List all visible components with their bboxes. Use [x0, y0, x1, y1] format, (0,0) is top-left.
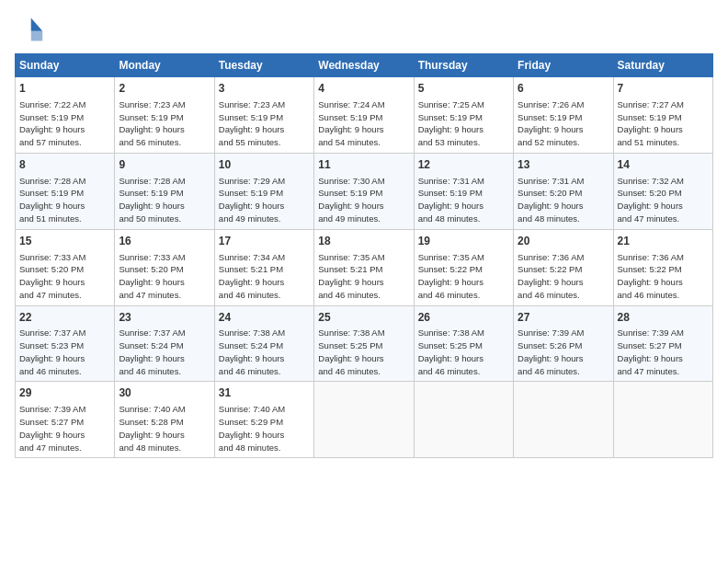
day-cell: 15Sunrise: 7:33 AM Sunset: 5:20 PM Dayli… [16, 229, 115, 305]
day-cell [514, 382, 613, 458]
day-info: Sunrise: 7:24 AM Sunset: 5:19 PM Dayligh… [318, 98, 409, 149]
day-number: 30 [119, 385, 210, 401]
day-number: 16 [119, 234, 210, 249]
day-info: Sunrise: 7:37 AM Sunset: 5:24 PM Dayligh… [119, 327, 210, 377]
day-cell: 28Sunrise: 7:39 AM Sunset: 5:27 PM Dayli… [613, 305, 712, 382]
day-cell: 14Sunrise: 7:32 AM Sunset: 5:20 PM Dayli… [613, 153, 712, 229]
day-cell: 4Sunrise: 7:24 AM Sunset: 5:19 PM Daylig… [314, 77, 414, 154]
day-cell: 12Sunrise: 7:31 AM Sunset: 5:19 PM Dayli… [414, 153, 513, 229]
day-number: 3 [219, 81, 310, 97]
day-info: Sunrise: 7:40 AM Sunset: 5:29 PM Dayligh… [219, 403, 310, 454]
day-info: Sunrise: 7:29 AM Sunset: 5:19 PM Dayligh… [219, 175, 310, 225]
day-info: Sunrise: 7:36 AM Sunset: 5:22 PM Dayligh… [618, 251, 709, 302]
day-number: 26 [418, 310, 509, 326]
week-row-3: 15Sunrise: 7:33 AM Sunset: 5:20 PM Dayli… [16, 229, 713, 305]
day-cell: 17Sunrise: 7:34 AM Sunset: 5:21 PM Dayli… [214, 229, 313, 305]
day-number: 13 [518, 157, 609, 173]
header-cell-sunday: Sunday [16, 54, 115, 77]
day-info: Sunrise: 7:39 AM Sunset: 5:27 PM Dayligh… [618, 327, 709, 377]
svg-marker-0 [31, 18, 42, 31]
day-cell: 29Sunrise: 7:39 AM Sunset: 5:27 PM Dayli… [16, 382, 115, 458]
day-cell: 24Sunrise: 7:38 AM Sunset: 5:24 PM Dayli… [214, 305, 313, 382]
day-cell: 26Sunrise: 7:38 AM Sunset: 5:25 PM Dayli… [414, 305, 513, 382]
day-info: Sunrise: 7:33 AM Sunset: 5:20 PM Dayligh… [119, 251, 210, 302]
day-info: Sunrise: 7:25 AM Sunset: 5:19 PM Dayligh… [418, 98, 509, 149]
day-info: Sunrise: 7:38 AM Sunset: 5:24 PM Dayligh… [219, 327, 310, 377]
week-row-2: 8Sunrise: 7:28 AM Sunset: 5:19 PM Daylig… [16, 153, 713, 229]
day-info: Sunrise: 7:28 AM Sunset: 5:19 PM Dayligh… [19, 175, 110, 225]
day-info: Sunrise: 7:23 AM Sunset: 5:19 PM Dayligh… [219, 98, 310, 149]
header-cell-saturday: Saturday [613, 54, 712, 77]
day-cell: 30Sunrise: 7:40 AM Sunset: 5:28 PM Dayli… [115, 382, 214, 458]
day-cell: 25Sunrise: 7:38 AM Sunset: 5:25 PM Dayli… [314, 305, 414, 382]
day-number: 18 [318, 234, 409, 249]
day-info: Sunrise: 7:22 AM Sunset: 5:19 PM Dayligh… [19, 98, 110, 149]
day-info: Sunrise: 7:36 AM Sunset: 5:22 PM Dayligh… [518, 251, 609, 302]
day-number: 19 [418, 234, 509, 249]
day-info: Sunrise: 7:37 AM Sunset: 5:23 PM Dayligh… [19, 327, 110, 377]
week-row-4: 22Sunrise: 7:37 AM Sunset: 5:23 PM Dayli… [16, 305, 713, 382]
header-cell-monday: Monday [115, 54, 214, 77]
day-cell: 31Sunrise: 7:40 AM Sunset: 5:29 PM Dayli… [214, 382, 313, 458]
day-cell: 22Sunrise: 7:37 AM Sunset: 5:23 PM Dayli… [16, 305, 115, 382]
day-number: 5 [418, 81, 509, 97]
day-info: Sunrise: 7:33 AM Sunset: 5:20 PM Dayligh… [19, 251, 110, 302]
day-info: Sunrise: 7:32 AM Sunset: 5:20 PM Dayligh… [618, 175, 709, 225]
week-row-5: 29Sunrise: 7:39 AM Sunset: 5:27 PM Dayli… [16, 382, 713, 458]
day-cell: 27Sunrise: 7:39 AM Sunset: 5:26 PM Dayli… [514, 305, 613, 382]
day-cell: 3Sunrise: 7:23 AM Sunset: 5:19 PM Daylig… [214, 77, 313, 154]
day-info: Sunrise: 7:31 AM Sunset: 5:19 PM Dayligh… [418, 175, 509, 225]
day-number: 24 [219, 310, 310, 326]
header-cell-tuesday: Tuesday [214, 54, 313, 77]
day-cell: 23Sunrise: 7:37 AM Sunset: 5:24 PM Dayli… [115, 305, 214, 382]
day-cell: 9Sunrise: 7:28 AM Sunset: 5:19 PM Daylig… [115, 153, 214, 229]
day-info: Sunrise: 7:23 AM Sunset: 5:19 PM Dayligh… [119, 98, 210, 149]
day-number: 9 [119, 157, 210, 173]
day-number: 15 [19, 234, 110, 249]
day-number: 4 [318, 81, 409, 97]
day-cell: 5Sunrise: 7:25 AM Sunset: 5:19 PM Daylig… [414, 77, 513, 154]
day-info: Sunrise: 7:39 AM Sunset: 5:27 PM Dayligh… [19, 403, 110, 454]
day-number: 6 [518, 81, 609, 97]
day-cell: 16Sunrise: 7:33 AM Sunset: 5:20 PM Dayli… [115, 229, 214, 305]
day-number: 28 [618, 310, 709, 326]
day-cell: 21Sunrise: 7:36 AM Sunset: 5:22 PM Dayli… [613, 229, 712, 305]
page: SundayMondayTuesdayWednesdayThursdayFrid… [0, 0, 728, 563]
day-number: 27 [518, 310, 609, 326]
day-number: 12 [418, 157, 509, 173]
day-cell: 1Sunrise: 7:22 AM Sunset: 5:19 PM Daylig… [16, 77, 115, 154]
day-number: 22 [19, 310, 110, 326]
day-number: 21 [618, 234, 709, 249]
logo [15, 15, 48, 44]
day-cell [613, 382, 712, 458]
day-info: Sunrise: 7:27 AM Sunset: 5:19 PM Dayligh… [618, 98, 709, 149]
svg-marker-1 [31, 31, 42, 41]
day-number: 2 [119, 81, 210, 97]
day-number: 20 [518, 234, 609, 249]
day-info: Sunrise: 7:30 AM Sunset: 5:19 PM Dayligh… [318, 175, 409, 225]
day-cell: 10Sunrise: 7:29 AM Sunset: 5:19 PM Dayli… [214, 153, 313, 229]
day-cell: 8Sunrise: 7:28 AM Sunset: 5:19 PM Daylig… [16, 153, 115, 229]
day-number: 25 [318, 310, 409, 326]
day-info: Sunrise: 7:40 AM Sunset: 5:28 PM Dayligh… [119, 403, 210, 454]
day-info: Sunrise: 7:35 AM Sunset: 5:21 PM Dayligh… [318, 251, 409, 302]
day-info: Sunrise: 7:34 AM Sunset: 5:21 PM Dayligh… [219, 251, 310, 302]
day-cell: 20Sunrise: 7:36 AM Sunset: 5:22 PM Dayli… [514, 229, 613, 305]
day-number: 29 [19, 385, 110, 401]
day-number: 23 [119, 310, 210, 326]
day-info: Sunrise: 7:28 AM Sunset: 5:19 PM Dayligh… [119, 175, 210, 225]
day-number: 10 [219, 157, 310, 173]
header-row: SundayMondayTuesdayWednesdayThursdayFrid… [16, 54, 713, 77]
day-info: Sunrise: 7:38 AM Sunset: 5:25 PM Dayligh… [318, 327, 409, 377]
header-cell-thursday: Thursday [414, 54, 513, 77]
day-cell: 2Sunrise: 7:23 AM Sunset: 5:19 PM Daylig… [115, 77, 214, 154]
header [15, 15, 713, 44]
day-cell: 7Sunrise: 7:27 AM Sunset: 5:19 PM Daylig… [613, 77, 712, 154]
day-info: Sunrise: 7:31 AM Sunset: 5:20 PM Dayligh… [518, 175, 609, 225]
day-number: 8 [19, 157, 110, 173]
day-info: Sunrise: 7:35 AM Sunset: 5:22 PM Dayligh… [418, 251, 509, 302]
header-cell-wednesday: Wednesday [314, 54, 414, 77]
day-cell: 19Sunrise: 7:35 AM Sunset: 5:22 PM Dayli… [414, 229, 513, 305]
day-cell: 6Sunrise: 7:26 AM Sunset: 5:19 PM Daylig… [514, 77, 613, 154]
header-cell-friday: Friday [514, 54, 613, 77]
